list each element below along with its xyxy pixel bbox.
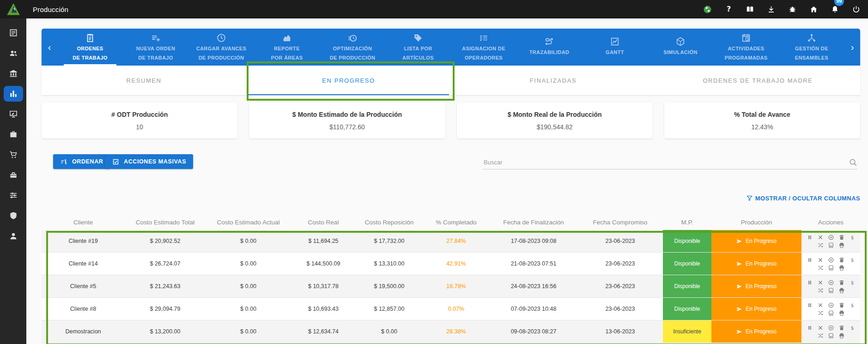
table-row: Cliente #8 $ 29,094.79 $ 0.00 $ 10,693.4… (42, 298, 860, 320)
delete-button[interactable] (838, 234, 845, 241)
pause-button[interactable] (807, 325, 813, 331)
tab-lista-articulos[interactable]: LISTA PORARTÍCULOS (385, 29, 451, 66)
tab-trazabilidad[interactable]: TRAZABILIDAD (516, 29, 582, 66)
sidebar-item-shield[interactable] (4, 208, 23, 223)
sidebar-item-production[interactable] (4, 86, 23, 102)
cost-button[interactable] (849, 234, 856, 241)
tab-asignacion-operadores[interactable]: ASIGNACION DEOPERADORES (451, 29, 516, 66)
show-hide-columns-link[interactable]: MOSTRAR / OCULTAR COLUMNAS (746, 195, 860, 202)
tabs-scroll-right[interactable]: › (844, 29, 860, 66)
pause-button[interactable] (807, 257, 813, 263)
sort-button[interactable]: ORDENAR (53, 154, 110, 169)
shuffle-button[interactable] (817, 242, 824, 248)
close-icon (817, 279, 824, 286)
cell-costo-estimado-actual: $ 0.00 (206, 230, 291, 252)
tab-simulacion[interactable]: SIMULACIÓN (648, 29, 713, 66)
globe-icon[interactable] (703, 5, 712, 14)
row-actions (801, 253, 860, 275)
cost-button[interactable] (849, 257, 856, 263)
book-icon[interactable] (746, 5, 754, 14)
help-icon[interactable] (724, 5, 733, 14)
shuffle-button[interactable] (817, 332, 824, 339)
bulk-actions-button[interactable]: ACCIONES MASIVAS (105, 154, 193, 169)
tabs-scroll-left[interactable]: ‹ (42, 29, 57, 66)
history-button[interactable] (828, 257, 834, 263)
warehouse-button[interactable] (828, 265, 834, 271)
card-odt-produccion: # ODT Producción 10 (42, 103, 237, 139)
users-icon (9, 48, 18, 58)
sidebar-item-toolbox[interactable] (4, 167, 23, 183)
history-button[interactable] (828, 325, 834, 331)
print-button[interactable] (838, 287, 845, 294)
send-icon (736, 329, 742, 335)
shuffle-button[interactable] (817, 310, 824, 316)
warehouse-button[interactable] (828, 242, 834, 248)
cell-costo-estimado-total: $ 29,094.79 (125, 298, 206, 320)
sidebar-item-sliders[interactable] (4, 187, 23, 203)
sidebar-item-kiosk[interactable] (4, 106, 23, 122)
tab-nueva-orden[interactable]: NUEVA ORDENDE TRABAJO (123, 29, 188, 66)
print-button[interactable] (838, 332, 845, 339)
subtab-finalizadas[interactable]: FINALIZADAS (451, 66, 656, 95)
warehouse-button[interactable] (828, 332, 834, 339)
production-status-badge: En Progreso (711, 275, 801, 297)
delete-button[interactable] (838, 302, 845, 308)
tab-reporte-areas[interactable]: REPORTEPOR ÁREAS (254, 29, 320, 66)
cancel-button[interactable] (817, 325, 824, 331)
cancel-button[interactable] (817, 302, 824, 308)
bug-icon[interactable] (788, 5, 797, 14)
tab-optimizacion[interactable]: OPTIMIZACIÓNDE PRODUCCIÓN (320, 29, 385, 66)
bell-icon[interactable]: 99 (831, 5, 839, 14)
sidebar-item-briefcase[interactable] (4, 127, 23, 142)
tab-cargar-avances[interactable]: CARGAR AVANCESDE PRODUCCIÓN (188, 29, 254, 66)
pause-button[interactable] (807, 279, 813, 286)
cancel-button[interactable] (817, 257, 824, 263)
history-button[interactable] (828, 279, 834, 286)
sidebar-item-user[interactable] (4, 228, 23, 244)
pause-button[interactable] (807, 302, 813, 308)
subtab-en-progreso[interactable]: EN PROGRESO (246, 66, 451, 95)
cell-completado: 42.91% (423, 253, 490, 275)
print-button[interactable] (838, 265, 845, 271)
power-icon[interactable] (852, 5, 861, 14)
app-logo[interactable] (0, 2, 26, 16)
history-icon (828, 234, 834, 241)
delete-button[interactable] (838, 325, 845, 331)
history-button[interactable] (828, 302, 834, 308)
tab-gestion-ensambles[interactable]: GESTIÓN DEENSAMBLES (779, 29, 844, 66)
row-actions (801, 275, 860, 297)
print-button[interactable] (838, 242, 845, 248)
download-icon[interactable] (767, 5, 776, 14)
home-icon[interactable] (809, 5, 818, 14)
cancel-button[interactable] (817, 279, 824, 286)
sidebar-item-bank[interactable] (4, 66, 23, 81)
print-button[interactable] (838, 310, 845, 316)
warehouse-button[interactable] (828, 310, 834, 316)
shuffle-button[interactable] (817, 265, 824, 271)
tab-gantt[interactable]: GANTT (582, 29, 648, 66)
cell-completado: 18.78% (423, 275, 490, 297)
cell-costo-real: $ 11,694.25 (291, 230, 356, 252)
topbar: Producción 99 (0, 0, 868, 18)
search-input[interactable] (483, 158, 849, 166)
tab-ordenes-de-trabajo[interactable]: ORDENESDE TRABAJO (57, 29, 123, 66)
warehouse-button[interactable] (828, 287, 834, 294)
cost-button[interactable] (849, 302, 856, 308)
shuffle-button[interactable] (817, 287, 824, 294)
sidebar-item-users[interactable] (4, 45, 23, 61)
cancel-button[interactable] (817, 234, 824, 241)
cell-costo-estimado-total: $ 21,243.63 (125, 275, 206, 297)
cost-button[interactable] (849, 325, 856, 331)
subtab-ordenes-madre[interactable]: ORDENES DE TRABAJO MADRE (656, 66, 860, 95)
tab-actividades-programadas[interactable]: ACTIVIDADESPROGRAMADAS (713, 29, 779, 66)
notification-badge: 99 (834, 0, 844, 6)
sidebar-item-cart[interactable] (4, 147, 23, 163)
subtab-resumen[interactable]: RESUMEN (42, 66, 246, 95)
cost-button[interactable] (849, 279, 856, 286)
history-button[interactable] (828, 234, 834, 241)
delete-button[interactable] (838, 279, 845, 286)
pause-button[interactable] (807, 234, 813, 241)
sidebar-item-article[interactable] (4, 25, 23, 41)
delete-button[interactable] (838, 257, 845, 263)
row-actions (801, 320, 860, 343)
